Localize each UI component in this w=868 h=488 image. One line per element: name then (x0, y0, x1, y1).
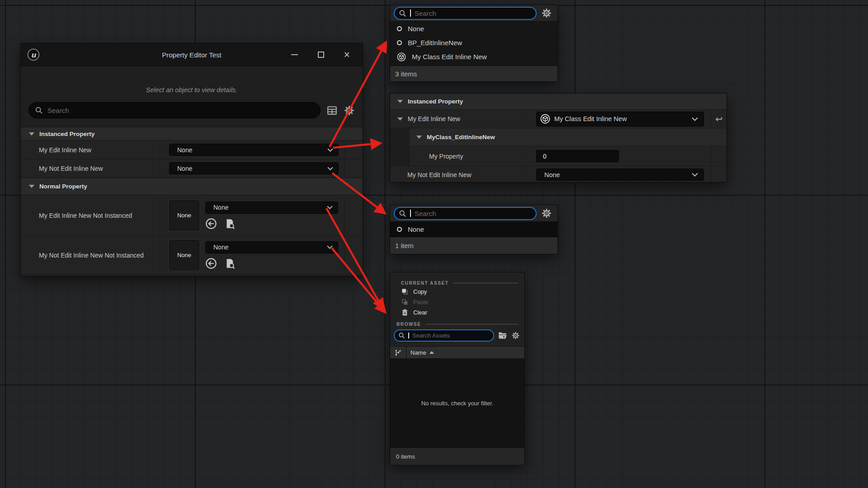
chevron-down-icon (327, 206, 333, 209)
paste-icon (401, 299, 408, 305)
class-search-input[interactable]: Search (394, 207, 537, 220)
property-editor-test-window: u Property Editor Test × Select an objec… (20, 43, 363, 277)
unreal-editor-desktop: { "colors": { "accent_blue": "#1673d2", … (0, 0, 868, 488)
settings-gear-icon[interactable] (344, 105, 355, 116)
class-none-icon (397, 26, 402, 31)
subobject-label: MyClass_EditInlineNew (427, 134, 495, 141)
search-icon (399, 210, 406, 217)
column-header-name[interactable]: Name (406, 349, 434, 356)
chevron-down-icon (327, 167, 333, 170)
search-placeholder: Search (415, 210, 436, 217)
close-icon[interactable]: × (344, 50, 350, 59)
asset-thumbnail[interactable]: None (169, 200, 199, 230)
expander-triangle-icon (397, 100, 403, 103)
menu-item-paste[interactable]: Paste (390, 297, 524, 307)
browse-to-asset-icon[interactable] (224, 218, 236, 230)
asset-combo-not-edit-inline-new-not-instanced[interactable]: None (205, 241, 338, 253)
class-combo-selected[interactable]: My Class Edit Inline New (536, 112, 704, 127)
class-picker-menu-small: Search None 1 item (390, 205, 558, 254)
maximize-icon[interactable] (318, 52, 324, 58)
my-property-value-input[interactable]: 0 (536, 150, 619, 162)
class-option-my-class-edit-inline-new[interactable]: My Class Edit Inline New (390, 50, 557, 64)
menu-item-label: Paste (413, 299, 428, 305)
class-none-icon (397, 40, 402, 45)
class-option-none[interactable]: None (390, 222, 557, 237)
class-search-input[interactable]: Search (394, 7, 537, 20)
minimize-icon[interactable] (291, 54, 298, 55)
combo-value: None (213, 204, 228, 211)
settings-gear-icon[interactable] (541, 8, 552, 19)
item-count-footer: 0 items (390, 447, 524, 465)
search-icon (398, 332, 405, 339)
asset-thumbnail[interactable]: None (169, 240, 199, 270)
row-my-not-edit-inline-new: My Not Edit Inline New None (390, 166, 726, 183)
class-picker-menu-large: Search None BP_EditInlineNew (390, 5, 558, 82)
category-normal-property[interactable]: Normal Property (21, 178, 363, 195)
asset-results-list[interactable]: No results, check your filter. (390, 359, 524, 447)
combo-value: My Class Edit Inline New (554, 115, 627, 122)
display-filter-icon[interactable] (326, 105, 338, 116)
row-my-edit-inline-new: My Edit Inline New None (21, 141, 363, 160)
category-label: Instanced Property (39, 131, 94, 137)
category-instanced-property[interactable]: Instanced Property (390, 94, 726, 110)
expander-triangle-icon (29, 132, 34, 136)
property-label: My Edit Inline New (408, 115, 460, 122)
menu-item-label: Clear (413, 309, 427, 316)
text-caret (408, 333, 409, 338)
chevron-down-icon (692, 117, 698, 121)
row-my-property: My Property 0 (390, 146, 726, 166)
row-my-not-edit-inline-new-not-instanced: My Not Edit Inline New Not Instanced Non… (21, 236, 363, 275)
section-divider (426, 324, 518, 324)
item-count-footer: 3 items (390, 66, 557, 81)
property-label: My Not Edit Inline New Not Instanced (21, 236, 160, 274)
class-combo-my-not-edit-inline-new[interactable]: None (169, 162, 339, 174)
combo-value: None (540, 171, 560, 178)
hierarchy-icon (395, 349, 401, 356)
row-my-not-edit-inline-new: My Not Edit Inline New None (21, 160, 363, 178)
list-view-options-button[interactable] (390, 347, 406, 358)
search-input[interactable]: Search (28, 102, 321, 118)
menu-item-clear[interactable]: Clear (390, 307, 524, 318)
menu-item-copy[interactable]: Copy (390, 286, 524, 297)
category-label: Normal Property (39, 183, 87, 190)
item-count-footer: 1 item (390, 237, 557, 254)
class-option-bp-editinlinenew[interactable]: BP_EditInlineNew (390, 36, 557, 50)
class-combo-my-edit-inline-new[interactable]: None (169, 144, 339, 156)
chevron-down-icon (327, 245, 333, 249)
search-placeholder: Search (47, 107, 69, 114)
property-label: My Property (429, 153, 463, 160)
property-label: My Not Edit Inline New (21, 160, 160, 177)
property-label: My Not Edit Inline New (407, 171, 472, 178)
asset-search-input[interactable]: Search Assets (394, 329, 494, 342)
title-bar[interactable]: u Property Editor Test × (21, 43, 363, 66)
class-option-none[interactable]: None (390, 22, 557, 36)
browse-section-label: BROWSE (396, 322, 421, 327)
asset-picker-menu: CURRENT ASSET Copy Paste Clear BROWSE (390, 272, 525, 465)
row-subobject-header[interactable]: MyClass_EditInlineNew (390, 128, 726, 146)
expander-triangle-icon (416, 136, 422, 139)
search-placeholder: Search (415, 9, 436, 17)
menu-item-label: Copy (413, 288, 427, 295)
class-option-label: None (408, 25, 424, 33)
settings-gear-icon[interactable] (541, 208, 552, 219)
use-selected-asset-icon[interactable] (205, 258, 217, 269)
class-cube-icon (540, 114, 550, 124)
search-icon (35, 106, 43, 114)
text-caret (410, 210, 411, 217)
browse-to-asset-icon[interactable] (224, 258, 236, 269)
class-combo-none[interactable]: None (536, 169, 704, 181)
class-option-label: None (408, 225, 424, 233)
use-selected-asset-icon[interactable] (205, 218, 217, 230)
asset-combo-edit-inline-new-not-instanced[interactable]: None (205, 202, 338, 214)
category-instanced-property[interactable]: Instanced Property (21, 127, 363, 141)
copy-icon (401, 288, 408, 295)
empty-results-text: No results, check your filter. (421, 400, 494, 407)
folder-path-icon[interactable] (498, 332, 507, 339)
trash-icon (401, 309, 408, 316)
combo-value: None (213, 244, 228, 251)
category-label: Instanced Property (408, 98, 463, 105)
settings-gear-icon[interactable] (511, 331, 520, 340)
expander-triangle-icon (29, 185, 34, 188)
expander-triangle-icon[interactable] (397, 117, 403, 121)
reset-to-default-icon[interactable]: ↩ (716, 114, 723, 124)
